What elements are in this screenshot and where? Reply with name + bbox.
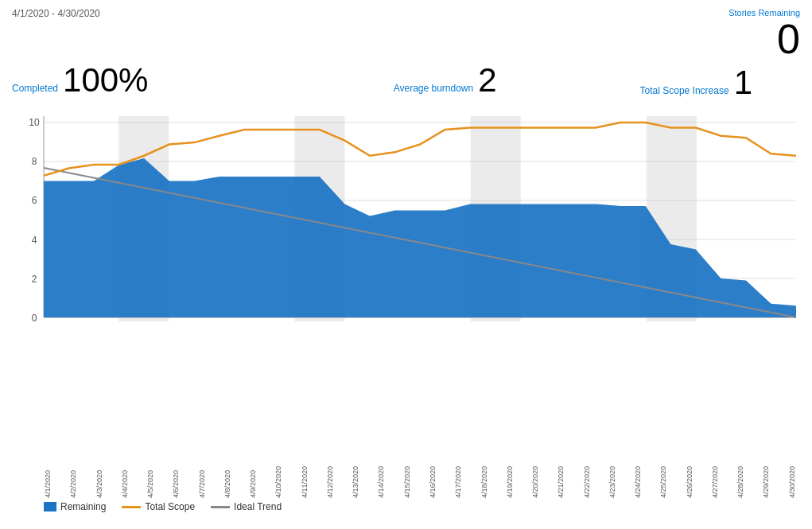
svg-text:8: 8 xyxy=(32,156,37,167)
x-axis-label: 4/25/2020 xyxy=(659,466,667,498)
svg-text:4: 4 xyxy=(32,235,37,246)
date-range: 4/1/2020 - 4/30/2020 xyxy=(12,8,100,19)
x-axis-label: 4/9/2020 xyxy=(249,466,257,498)
stories-remaining-value: 0 xyxy=(728,18,800,60)
completed-block: Completed 100% xyxy=(12,64,148,97)
x-axis-label: 4/6/2020 xyxy=(172,466,180,498)
x-axis-label: 4/24/2020 xyxy=(634,466,642,498)
legend-remaining: Remaining xyxy=(44,501,106,512)
svg-text:10: 10 xyxy=(29,117,40,128)
x-axis-label: 4/5/2020 xyxy=(146,466,154,498)
legend-total-scope: Total Scope xyxy=(122,501,195,512)
total-scope-legend-label: Total Scope xyxy=(145,501,195,512)
x-axis-label: 4/11/2020 xyxy=(301,466,309,498)
x-axis-label: 4/16/2020 xyxy=(429,466,437,498)
main-container: 4/1/2020 - 4/30/2020 Stories Remaining 0… xyxy=(0,0,812,529)
x-axis-labels: (function(){ const labels = ['4/1/2020',… xyxy=(44,466,796,498)
chart-area: 10 8 6 4 2 0 xyxy=(12,108,800,498)
legend-ideal-trend: Ideal Trend xyxy=(211,501,282,512)
x-axis-label: 4/30/2020 xyxy=(788,466,796,498)
remaining-color-swatch xyxy=(44,502,56,511)
x-axis-label: 4/1/2020 xyxy=(44,466,52,498)
x-axis-label: 4/13/2020 xyxy=(352,466,359,498)
total-scope-value: 1 xyxy=(734,64,752,102)
svg-text:0: 0 xyxy=(32,313,37,324)
x-axis-label: 4/10/2020 xyxy=(274,466,282,498)
x-axis-label: 4/23/2020 xyxy=(608,466,616,498)
x-axis-label: 4/15/2020 xyxy=(403,466,411,498)
x-axis-label: 4/2/2020 xyxy=(69,466,77,498)
chart-legend: Remaining Total Scope Ideal Trend xyxy=(12,501,800,512)
x-axis-label: 4/28/2020 xyxy=(736,466,744,498)
x-axis-label: 4/3/2020 xyxy=(95,466,103,498)
svg-text:2: 2 xyxy=(32,274,37,285)
x-axis-label: 4/21/2020 xyxy=(557,466,565,498)
x-axis-label: 4/14/2020 xyxy=(377,466,385,498)
avg-burndown-value: 2 xyxy=(478,64,496,97)
x-axis-label: 4/17/2020 xyxy=(454,466,462,498)
stats-row: Completed 100% Average burndown 2 Total … xyxy=(12,64,800,102)
x-axis-label: 4/12/2020 xyxy=(326,466,334,498)
x-axis-label: 4/19/2020 xyxy=(506,466,514,498)
completed-label: Completed xyxy=(12,83,58,95)
header-row: 4/1/2020 - 4/30/2020 Stories Remaining 0 xyxy=(12,8,800,60)
x-axis-label: 4/18/2020 xyxy=(480,466,488,498)
x-axis-label: 4/8/2020 xyxy=(223,466,231,498)
x-axis-label: 4/27/2020 xyxy=(711,466,719,498)
x-axis-label: 4/29/2020 xyxy=(762,466,770,498)
svg-text:6: 6 xyxy=(32,195,37,206)
completed-value: 100% xyxy=(63,64,148,97)
x-axis-label: 4/22/2020 xyxy=(583,466,591,498)
avg-burndown-label: Average burndown xyxy=(394,83,474,95)
x-axis-label: 4/7/2020 xyxy=(198,466,206,498)
ideal-trend-color-swatch xyxy=(211,506,230,508)
x-axis-label: 4/4/2020 xyxy=(121,466,129,498)
total-scope-block: Total Scope Increase 1 xyxy=(640,64,752,102)
ideal-trend-legend-label: Ideal Trend xyxy=(234,501,282,512)
total-scope-color-swatch xyxy=(122,506,141,508)
stories-remaining-block: Stories Remaining 0 xyxy=(728,8,800,60)
avg-burndown-block: Average burndown 2 xyxy=(394,64,497,97)
remaining-legend-label: Remaining xyxy=(60,501,106,512)
burndown-chart: 10 8 6 4 2 0 xyxy=(12,108,800,498)
x-axis-label: 4/26/2020 xyxy=(686,466,694,498)
x-axis-label: 4/20/2020 xyxy=(531,466,539,498)
total-scope-label: Total Scope Increase xyxy=(640,85,729,98)
